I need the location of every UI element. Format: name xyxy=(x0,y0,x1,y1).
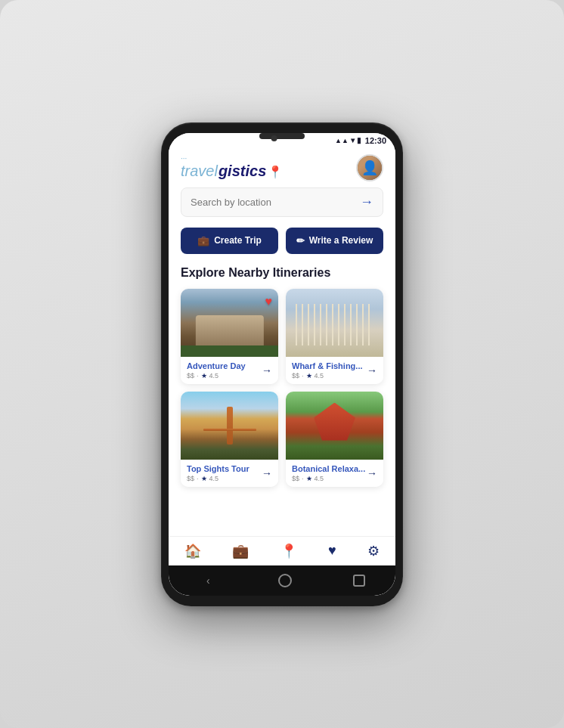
card-info-botanical: Botanical Relaxa... $$ · ★ 4.5 → xyxy=(286,460,383,487)
create-trip-button[interactable]: 💼 Create Trip xyxy=(181,228,278,254)
status-icons: ▲▲ ▾ ▮ 12:30 xyxy=(335,136,386,145)
card-price-botanical: $$ xyxy=(292,475,299,482)
bottom-nav: 🏠 💼 📍 ♥ ⚙ xyxy=(169,536,395,565)
card-name-wharf: Wharf & Fishing... xyxy=(292,361,367,370)
separator: · xyxy=(302,475,304,482)
card-arrow-wharf[interactable]: → xyxy=(367,364,377,376)
card-arrow-botanical[interactable]: → xyxy=(367,467,377,479)
nav-trips[interactable]: 💼 xyxy=(232,543,249,559)
edit-icon: ✏ xyxy=(296,235,305,246)
favorites-icon: ♥ xyxy=(328,543,336,559)
card-image-botanical xyxy=(286,392,383,460)
card-info-wharf: Wharf & Fishing... $$ · ★ 4.5 → xyxy=(286,357,383,384)
app-header: ··· travelgistics📍 xyxy=(169,147,395,187)
card-rating-wharf: 4.5 xyxy=(315,372,324,379)
search-arrow-icon[interactable]: → xyxy=(360,194,373,210)
card-name-botanical: Botanical Relaxa... xyxy=(292,464,367,473)
signal-icon: ▲▲ xyxy=(335,137,349,144)
android-home-button[interactable] xyxy=(278,574,292,587)
card-meta-sights: $$ · ★ 4.5 xyxy=(187,475,262,482)
user-avatar[interactable] xyxy=(356,154,383,181)
star-icon-wharf: ★ xyxy=(306,372,312,379)
trips-icon: 💼 xyxy=(232,543,249,559)
separator: · xyxy=(302,372,304,379)
card-meta-wharf: $$ · ★ 4.5 xyxy=(292,372,367,379)
star-icon-botanical: ★ xyxy=(306,475,312,482)
card-price-sights: $$ xyxy=(187,475,194,482)
card-price-wharf: $$ xyxy=(292,372,299,379)
phone-device: ▲▲ ▾ ▮ 12:30 ··· travelgistics📍 xyxy=(161,122,403,606)
separator: · xyxy=(197,372,199,379)
nav-settings[interactable]: ⚙ xyxy=(367,543,380,559)
phone-screen: ▲▲ ▾ ▮ 12:30 ··· travelgistics📍 xyxy=(169,133,395,596)
card-top-sights[interactable]: Top Sights Tour $$ · ★ 4.5 → xyxy=(181,392,278,487)
card-meta-adventure: $$ · ★ 4.5 xyxy=(187,372,262,379)
card-arrow-sights[interactable]: → xyxy=(262,467,272,479)
card-name-sights: Top Sights Tour xyxy=(187,464,262,473)
card-arrow-adventure[interactable]: → xyxy=(262,364,272,376)
search-bar[interactable]: → xyxy=(181,187,383,217)
logo-gistics: gistics xyxy=(218,163,266,180)
card-price-adventure: $$ xyxy=(187,372,194,379)
search-input[interactable] xyxy=(191,197,360,208)
separator: · xyxy=(197,475,199,482)
heart-icon: ♥ xyxy=(265,295,273,308)
android-back-button[interactable]: ‹ xyxy=(199,572,217,590)
card-rating-sights: 4.5 xyxy=(209,475,219,482)
card-adventure-day[interactable]: ♥ Adventure Day $$ · ★ 4.5 xyxy=(181,289,278,384)
star-icon-sights: ★ xyxy=(201,475,207,482)
nav-home[interactable]: 🏠 xyxy=(184,543,201,559)
android-recent-button[interactable] xyxy=(353,575,365,587)
page-wrapper: ▲▲ ▾ ▮ 12:30 ··· travelgistics📍 xyxy=(0,0,564,728)
wifi-icon: ▾ xyxy=(351,136,355,144)
card-rating-adventure: 4.5 xyxy=(209,372,219,379)
status-time: 12:30 xyxy=(365,136,386,145)
battery-icon: ▮ xyxy=(357,136,361,144)
logo-travel: travel xyxy=(181,163,218,180)
card-info-sights: Top Sights Tour $$ · ★ 4.5 → xyxy=(181,460,278,487)
action-buttons: 💼 Create Trip ✏ Write a Review xyxy=(169,228,395,266)
itinerary-grid: ♥ Adventure Day $$ · ★ 4.5 xyxy=(169,289,395,499)
card-image-adventure: ♥ xyxy=(181,289,278,357)
briefcase-icon: 💼 xyxy=(197,235,209,246)
logo-pin: 📍 xyxy=(268,165,283,179)
create-trip-label: Create Trip xyxy=(214,235,262,246)
nav-location[interactable]: 📍 xyxy=(280,543,297,559)
write-review-button[interactable]: ✏ Write a Review xyxy=(286,228,383,254)
back-icon: ‹ xyxy=(206,575,210,587)
card-info-adventure: Adventure Day $$ · ★ 4.5 → xyxy=(181,357,278,384)
card-botanical[interactable]: Botanical Relaxa... $$ · ★ 4.5 → xyxy=(286,392,383,487)
nav-favorites[interactable]: ♥ xyxy=(328,543,336,559)
app-logo: ··· travelgistics📍 xyxy=(181,155,284,180)
card-text-wharf: Wharf & Fishing... $$ · ★ 4.5 xyxy=(292,361,367,379)
card-meta-botanical: $$ · ★ 4.5 xyxy=(292,475,367,482)
app-content: ··· travelgistics📍 → xyxy=(169,147,395,536)
card-wharf-fishing[interactable]: Wharf & Fishing... $$ · ★ 4.5 → xyxy=(286,289,383,384)
card-image-sights xyxy=(181,392,278,460)
card-name-adventure: Adventure Day xyxy=(187,361,262,370)
android-nav: ‹ xyxy=(169,565,395,596)
status-bar: ▲▲ ▾ ▮ 12:30 xyxy=(169,133,395,147)
card-rating-botanical: 4.5 xyxy=(315,475,324,482)
avatar-image xyxy=(358,156,382,180)
star-icon-adventure: ★ xyxy=(201,372,207,379)
settings-icon: ⚙ xyxy=(367,543,380,559)
card-text-adventure: Adventure Day $$ · ★ 4.5 xyxy=(187,361,262,379)
location-icon: 📍 xyxy=(280,543,297,559)
card-image-wharf xyxy=(286,289,383,357)
write-review-label: Write a Review xyxy=(309,235,373,246)
card-text-sights: Top Sights Tour $$ · ★ 4.5 xyxy=(187,464,262,482)
card-text-botanical: Botanical Relaxa... $$ · ★ 4.5 xyxy=(292,464,367,482)
section-title: Explore Nearby Itineraries xyxy=(169,266,395,289)
home-icon: 🏠 xyxy=(184,543,201,559)
